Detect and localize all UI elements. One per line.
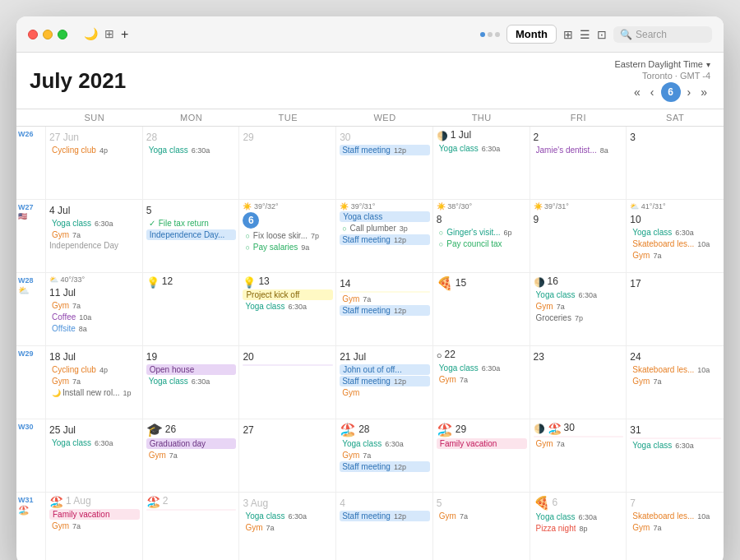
event-staff-meeting3[interactable]: Staff meeting12p xyxy=(340,305,430,316)
split-view-icon[interactable]: ⊡ xyxy=(597,28,607,41)
day-cell-jun30[interactable]: 30 Staff meeting12p xyxy=(336,127,433,199)
event-yoga9[interactable]: Yoga class6:30a xyxy=(49,437,140,448)
event-install-roller[interactable]: 🌙Install new rol...1p xyxy=(49,387,140,398)
event-offsite[interactable]: Offsite8a xyxy=(49,323,140,334)
day-cell-aug5[interactable]: 5 Gym7a xyxy=(433,493,530,560)
event-cycling-club[interactable]: Cycling club4p xyxy=(49,145,140,155)
close-button[interactable] xyxy=(28,30,38,39)
event-yoga3[interactable]: Yoga class6:30a xyxy=(49,218,140,229)
event-skate3[interactable]: Skateboard les...10a xyxy=(630,511,721,521)
event-skate1[interactable]: Skateboard les...10a xyxy=(630,238,721,249)
day-cell-aug6[interactable]: 🍕6 Yoga class6:30a Pizza night8p xyxy=(530,493,627,560)
day-cell-jul19[interactable]: 19 Open house Yoga class6:30a xyxy=(143,346,240,419)
day-cell-jul4[interactable]: 4 Jul Yoga class6:30a Gym7a Independence… xyxy=(46,200,143,272)
event-pay-salaries[interactable]: ○Pay salaries9a xyxy=(243,242,333,252)
event-gym7[interactable]: Gym xyxy=(340,387,430,398)
day-cell-aug7[interactable]: 7 Skateboard les...10a Gym7a xyxy=(627,493,724,560)
event-gym15[interactable]: Gym7a xyxy=(437,511,527,521)
event-fix-skirting[interactable]: ○Fix loose skir...7p xyxy=(243,230,333,241)
day-cell-jul23[interactable]: 23 xyxy=(530,346,627,419)
minimize-button[interactable] xyxy=(43,30,53,39)
event-gym12[interactable]: Gym7a xyxy=(534,438,624,449)
day-cell-jul1[interactable]: 🌗 1 Jul Yoga class6:30a xyxy=(433,127,530,199)
day-cell-jun29[interactable]: 29 xyxy=(239,127,336,199)
event-gym6[interactable]: Gym7a xyxy=(49,376,140,386)
event-coffee[interactable]: Coffee10a xyxy=(49,312,140,322)
first-nav-button[interactable]: « xyxy=(631,84,644,100)
today-button[interactable]: 6 xyxy=(661,82,681,102)
day-cell-jul21[interactable]: 21 Jul John out of off... Staff meeting1… xyxy=(336,346,433,419)
event-pay-council[interactable]: ○Pay council tax xyxy=(437,238,527,249)
event-yoga13[interactable]: Yoga class6:30a xyxy=(534,511,624,522)
event-gym13[interactable]: Gym7a xyxy=(49,521,140,531)
day-cell-jul10[interactable]: ⛅ 41°/31° 10 Yoga class6:30a Skateboard … xyxy=(627,200,724,272)
event-staff-meeting2[interactable]: Staff meeting12p xyxy=(340,234,430,245)
event-call-plumber[interactable]: ○Call plumber3p xyxy=(340,223,430,234)
event-gym1[interactable]: Gym7a xyxy=(49,229,140,240)
event-yoga1[interactable]: Yoga class6:30a xyxy=(146,145,237,155)
event-gym8[interactable]: Gym7a xyxy=(437,374,527,385)
event-family-vacation2[interactable]: Family vacation xyxy=(49,509,140,520)
event-ginger[interactable]: ○Ginger's visit...6p xyxy=(437,227,527,238)
day-cell-jul6[interactable]: ☀️ 39°/32° 6 ○Fix loose skir...7p ○Pay s… xyxy=(239,200,336,272)
day-cell-jul22[interactable]: ○22 Yoga class6:30a Gym7a xyxy=(433,346,530,419)
event-gym16[interactable]: Gym7a xyxy=(630,522,721,533)
add-icon[interactable]: + xyxy=(121,27,128,42)
event-pizza-night[interactable]: Pizza night8p xyxy=(534,523,624,534)
event-yoga2[interactable]: Yoga class6:30a xyxy=(437,143,527,154)
day-cell-jul20[interactable]: 20 xyxy=(239,346,336,419)
event-yoga6[interactable]: Yoga class6:30a xyxy=(534,289,624,300)
event-family-vacation-cont3[interactable] xyxy=(146,509,237,511)
search-box[interactable]: 🔍 Search xyxy=(613,26,712,43)
maximize-button[interactable] xyxy=(58,30,67,39)
event-gym2[interactable]: Gym7a xyxy=(630,250,721,261)
event-graduation[interactable]: Graduation day xyxy=(146,438,237,449)
event-independence-span[interactable]: Independence Day... xyxy=(146,229,237,240)
day-cell-jul3[interactable]: 3 xyxy=(627,127,724,199)
event-yoga11[interactable]: Yoga class6:30a xyxy=(630,440,721,451)
event-yoga10[interactable]: Yoga class6:30a xyxy=(340,438,430,449)
event-family-vacation1[interactable]: Family vacation xyxy=(437,438,527,449)
grid-view-icon[interactable]: ⊞ xyxy=(563,28,573,41)
day-cell-jul8[interactable]: ☀️ 38°/30° 8 ○Ginger's visit...6p ○Pay c… xyxy=(433,200,530,272)
event-project-kickoff[interactable]: Project kick off xyxy=(243,289,333,300)
day-cell-jun27[interactable]: 27 Jun Cycling club4p xyxy=(46,127,143,199)
event-yoga4[interactable]: Yoga class6:30a xyxy=(630,227,721,238)
event-skate2[interactable]: Skateboard les...10a xyxy=(630,364,721,375)
list-view-icon[interactable]: ☰ xyxy=(580,28,590,41)
day-cell-aug4[interactable]: 4 Staff meeting12p xyxy=(336,493,433,560)
event-staff-meeting1[interactable]: Staff meeting12p xyxy=(340,145,430,155)
last-nav-button[interactable]: » xyxy=(697,84,710,100)
day-cell-jul2[interactable]: 2 Jamie's dentist...8a xyxy=(530,127,627,199)
event-project-kickoff-cont[interactable] xyxy=(340,291,430,293)
event-yoga-span[interactable]: Yoga class xyxy=(340,211,430,222)
day-cell-jun28[interactable]: 28 Yoga class6:30a xyxy=(143,127,240,199)
day-cell-jul26[interactable]: 🎓26 Graduation day Gym7a xyxy=(143,419,240,492)
event-gym10[interactable]: Gym7a xyxy=(146,450,237,460)
day-cell-aug3[interactable]: 3 Aug Yoga class6:30a Gym7a xyxy=(239,493,336,560)
event-groceries[interactable]: Groceries7p xyxy=(534,312,624,323)
day-cell-jul30[interactable]: 🌗🏖️30 Gym7a xyxy=(530,419,627,492)
event-gym9[interactable]: Gym7a xyxy=(630,376,721,386)
event-dentist[interactable]: Jamie's dentist...8a xyxy=(534,145,624,155)
event-gym5[interactable]: Gym7a xyxy=(534,301,624,312)
day-cell-jul9[interactable]: ☀️ 39°/31° 9 xyxy=(530,200,627,272)
day-cell-jul11[interactable]: ⛅ 40°/33° 11 Jul Gym7a Coffee10a Offsite… xyxy=(46,273,143,345)
event-family-vacation-cont1[interactable] xyxy=(534,436,624,437)
event-file-tax[interactable]: ✓File tax return xyxy=(146,218,237,229)
day-cell-jul12[interactable]: 💡12 xyxy=(143,273,240,345)
day-cell-jul17[interactable]: 17 xyxy=(627,273,724,345)
event-yoga7[interactable]: Yoga class6:30a xyxy=(146,376,237,386)
day-cell-aug1[interactable]: 🏖️1 Aug Family vacation Gym7a xyxy=(46,493,143,560)
day-cell-jul27[interactable]: 27 xyxy=(239,419,336,492)
event-open-house[interactable]: Open house xyxy=(146,364,237,375)
day-cell-jul28[interactable]: 🏖️28 Yoga class6:30a Gym7a Staff meeting… xyxy=(336,419,433,492)
event-gym3[interactable]: Gym7a xyxy=(49,300,140,311)
event-open-house-cont[interactable] xyxy=(243,364,333,366)
day-cell-jul18[interactable]: 18 Jul Cycling club4p Gym7a 🌙Install new… xyxy=(46,346,143,419)
day-cell-jul14[interactable]: 14 Gym7a Staff meeting12p xyxy=(336,273,433,345)
day-cell-jul5[interactable]: 5 ✓File tax return Independence Day... xyxy=(143,200,240,272)
day-cell-jul24[interactable]: 24 Skateboard les...10a Gym7a xyxy=(627,346,724,419)
month-view-button[interactable]: Month xyxy=(506,25,557,44)
prev-nav-button[interactable]: ‹ xyxy=(647,84,658,100)
